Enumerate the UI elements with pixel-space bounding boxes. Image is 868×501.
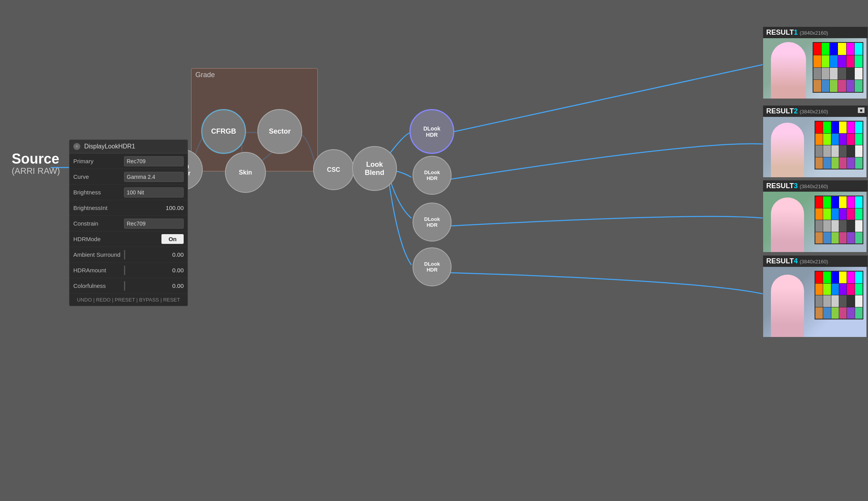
result-panel-3[interactable]: RESULT3 (3840x2160): [763, 180, 868, 252]
curve-select[interactable]: Gamma 2.4: [124, 172, 184, 182]
hdramount-bar: [124, 266, 125, 275]
panel-footer: UNDO | REDO | PRESET | BYPASS | RESET: [69, 294, 188, 306]
panel-control-curve[interactable]: Gamma 2.4: [124, 172, 184, 182]
result-header-2: RESULT2 (3840x2160) ■: [763, 106, 868, 117]
node-skin[interactable]: Skin: [225, 152, 266, 193]
result-2-badge: ■: [858, 108, 864, 113]
panel-control-brightness[interactable]: 100 Nit: [124, 187, 184, 198]
panel-value-colorfulness[interactable]: 0.00: [128, 282, 184, 289]
result-panel-4[interactable]: RESULT4 (3840x2160): [763, 255, 868, 337]
panel-row-colorfulness: Colorfulness 0.00: [69, 278, 188, 294]
undo-button[interactable]: UNDO: [77, 297, 92, 303]
node-dlook-hdr-3[interactable]: DLookHDR: [413, 203, 452, 242]
brightness-select[interactable]: 100 Nit: [124, 187, 184, 198]
panel-close-button[interactable]: ×: [73, 143, 80, 150]
panel-row-constrain: Constrain Rec709: [69, 216, 188, 231]
panel-row-brightnessint: BrightnessInt 100.00: [69, 200, 188, 216]
result-res-1: (3840x2160): [800, 30, 828, 36]
result-label-2: RESULT: [766, 107, 794, 115]
result-img-3[interactable]: [763, 192, 866, 252]
grade-title: Grade: [191, 69, 317, 81]
node-dlook-hdr-2[interactable]: DLookHDR: [413, 156, 452, 195]
panel-row-hdramount: HDRAmount 0.00: [69, 263, 188, 278]
panel-label-primary: Primary: [73, 158, 124, 164]
panel-control-hdramount[interactable]: 0.00: [124, 266, 184, 275]
panel-control-ambient[interactable]: 0.00: [124, 250, 184, 259]
panel-row-hdrmode: HDRMode On: [69, 231, 188, 247]
result-label-4: RESULT: [766, 257, 794, 265]
result-img-1[interactable]: [763, 38, 866, 99]
source-label: Source (ARRI RAW): [12, 152, 60, 176]
panel-label-ambient: Ambient Surround: [73, 251, 124, 258]
result-label-3: RESULT: [766, 182, 794, 190]
panel-value-ambient[interactable]: 0.00: [128, 251, 184, 258]
panel-row-ambient: Ambient Surround 0.00: [69, 247, 188, 263]
result-header-4: RESULT4 (3840x2160): [763, 256, 868, 267]
primary-select[interactable]: Rec709: [124, 156, 184, 166]
panel-title: DisplayLookHDR1: [84, 143, 135, 150]
node-look-blend[interactable]: LookBlend: [352, 146, 397, 191]
node-dlook-hdr-main[interactable]: DLookHDR: [409, 109, 454, 154]
result-panel-2[interactable]: RESULT2 (3840x2160) ■: [763, 105, 868, 178]
source-title: Source: [12, 152, 60, 166]
reset-button[interactable]: RESET: [163, 297, 180, 303]
result-label-1: RESULT: [766, 28, 794, 36]
result-num-2: 2: [794, 107, 798, 115]
panel-header: × DisplayLookHDR1: [69, 140, 188, 153]
panel-row-brightness: Brightness 100 Nit: [69, 185, 188, 200]
result-img-2[interactable]: [763, 117, 866, 177]
colorfulness-bar: [124, 281, 125, 291]
node-dlook-hdr-4[interactable]: DLookHDR: [413, 247, 452, 286]
panel-label-brightnessint: BrightnessInt: [73, 205, 124, 211]
node-graph: Source (ARRI RAW) Grade ARRIRAW Reframe …: [0, 0, 868, 501]
panel-row-curve: Curve Gamma 2.4: [69, 169, 188, 185]
panel-row-primary: Primary Rec709: [69, 153, 188, 169]
result-header-1: RESULT1 (3840x2160): [763, 27, 868, 38]
result-num-4: 4: [794, 257, 798, 265]
bypass-button[interactable]: BYPASS: [139, 297, 159, 303]
panel-label-curve: Curve: [73, 173, 124, 180]
result-header-3: RESULT3 (3840x2160): [763, 180, 868, 192]
result-res-4: (3840x2160): [800, 259, 828, 265]
preset-button[interactable]: PRESET: [115, 297, 135, 303]
result-res-2: (3840x2160): [800, 109, 828, 115]
node-sector[interactable]: Sector: [257, 109, 302, 154]
result-img-4[interactable]: [763, 267, 866, 337]
node-cfrgb[interactable]: CFRGB: [201, 109, 246, 154]
panel-control-hdrmode: On: [124, 234, 184, 244]
constrain-select[interactable]: Rec709: [124, 219, 184, 229]
redo-button[interactable]: REDO: [96, 297, 111, 303]
hdrmode-on-button[interactable]: On: [161, 234, 184, 244]
panel-label-colorfulness: Colorfulness: [73, 282, 124, 289]
panel-control-primary[interactable]: Rec709: [124, 156, 184, 166]
result-panel-1[interactable]: RESULT1 (3840x2160): [763, 26, 868, 99]
result-num-1: 1: [794, 28, 798, 36]
panel-control-colorfulness[interactable]: 0.00: [124, 281, 184, 291]
panel: × DisplayLookHDR1 Primary Rec709 Curve G…: [69, 139, 188, 306]
ambient-bar: [124, 250, 125, 259]
panel-label-hdramount: HDRAmount: [73, 267, 124, 273]
panel-label-brightness: Brightness: [73, 189, 124, 196]
result-res-3: (3840x2160): [800, 183, 828, 189]
node-csc[interactable]: CSC: [313, 149, 354, 190]
panel-label-hdrmode: HDRMode: [73, 236, 124, 242]
panel-value-brightnessint[interactable]: 100.00: [124, 205, 184, 211]
panel-value-hdramount[interactable]: 0.00: [128, 267, 184, 273]
source-subtitle: (ARRI RAW): [12, 166, 60, 176]
result-num-3: 3: [794, 182, 798, 190]
panel-control-constrain[interactable]: Rec709: [124, 219, 184, 229]
panel-label-constrain: Constrain: [73, 220, 124, 227]
